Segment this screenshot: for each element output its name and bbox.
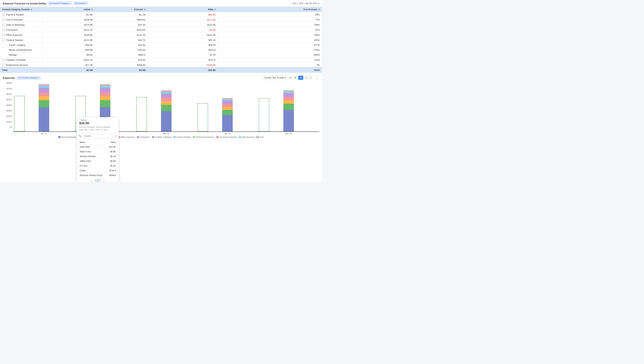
chevron-down-icon: ▾ xyxy=(318,2,319,4)
chevron-down-icon: ▾ xyxy=(285,76,286,79)
total-row: Total $2.5M $2.4M $16.8K 101% xyxy=(0,68,322,73)
legend-color-swatch xyxy=(193,136,195,138)
tooltip-name: American Airlines Group xyxy=(77,173,106,178)
bar-segment-contractors xyxy=(39,90,49,92)
legend-label: Other Expense xyxy=(242,136,255,138)
period-btn-y[interactable]: Y xyxy=(309,76,313,80)
goal-bar xyxy=(259,98,269,132)
bar-segment-sales xyxy=(283,100,294,104)
close-icon[interactable]: ✕ xyxy=(115,134,117,138)
expand-button[interactable]: + xyxy=(2,58,5,61)
tooltip-meta: Account Category: Travel & Related Date:… xyxy=(79,126,116,131)
tooltip-row: Julien Abto$12.4K xyxy=(77,145,118,149)
account-name: Professional Services xyxy=(6,64,28,66)
legend-label: Contractors xyxy=(140,136,150,138)
legend-item: Goal xyxy=(257,136,264,138)
tooltip-value: $12.4K xyxy=(106,145,118,149)
total-label: Total xyxy=(2,69,7,72)
bar-group[interactable] xyxy=(197,98,258,132)
bar-segment-cor xyxy=(161,105,171,111)
account-name-cell: + Cost of Revenue xyxy=(0,17,42,22)
bar-group[interactable] xyxy=(136,90,197,132)
delta-cell: $87.2K xyxy=(148,38,218,43)
actual-cell: $244.6K xyxy=(42,32,95,38)
total-forecast: $2.4M xyxy=(95,68,148,73)
expand-button[interactable]: + xyxy=(2,28,5,31)
bar-group[interactable] xyxy=(13,84,75,132)
legend-color-swatch xyxy=(152,136,154,138)
forecast-cell: $258.2K xyxy=(95,62,148,68)
tooltip-search-input[interactable] xyxy=(82,134,114,138)
period-btn-q[interactable]: Q xyxy=(304,76,308,80)
chart-area: $800K $700K $600K $500K $400K $300K $200… xyxy=(3,82,319,138)
account-name-cell: + Professional Services xyxy=(0,62,42,68)
account-name: Facilities & Related xyxy=(6,58,26,61)
chart-section: Expenses by Account Category ▾ Current Y… xyxy=(0,73,322,141)
legend-color-swatch xyxy=(216,136,219,138)
expand-button[interactable]: + xyxy=(2,64,5,66)
pct-cell: 7% xyxy=(218,62,322,68)
legend-label: Travel & Related xyxy=(176,136,191,138)
forecast-cell: $122.7K xyxy=(95,32,148,38)
bar-segment-facilities xyxy=(39,88,49,90)
stacked-actual-bar xyxy=(283,90,294,132)
time-filter-dropdown[interactable]: Current Year To Date ▾ xyxy=(262,76,288,80)
tooltip-col-value: ↕ Value xyxy=(106,140,118,144)
expand-button[interactable]: + xyxy=(2,34,5,36)
account-name: Contractors xyxy=(6,28,18,31)
legend-label: Facilities & Related xyxy=(155,136,171,138)
account-name: Office Expenses xyxy=(6,34,23,36)
stacked-actual-bar xyxy=(39,84,49,132)
bar-segment-payroll xyxy=(39,107,49,132)
expand-button[interactable]: + xyxy=(2,18,5,21)
filter-by-account-category[interactable]: by Account Category ▾ xyxy=(48,2,72,5)
tooltip-row: Steph Curry$5.6K xyxy=(77,150,118,154)
col-header-forecast: Forecast ⇅ xyxy=(95,7,148,12)
tooltip-value: $30.5K xyxy=(79,122,116,125)
legend-label: Professional Services xyxy=(196,136,214,138)
bar-group[interactable] xyxy=(258,90,319,132)
col-header-actual: Actual ⇅ xyxy=(42,7,95,12)
tooltip-header: 7 Names $30.5K Account Category: Travel … xyxy=(77,117,119,132)
filter-by-account[interactable]: by Account ▾ xyxy=(74,2,89,5)
expand-button[interactable]: + xyxy=(2,23,5,26)
prev-page-button[interactable]: ‹ xyxy=(90,179,94,182)
more-options-icon[interactable]: ⋮ xyxy=(315,76,319,80)
legend-color-swatch xyxy=(58,136,61,138)
pct-cell: 132% xyxy=(218,58,322,62)
chevron-down-icon: ▾ xyxy=(38,77,39,79)
forecast-cell: $78.0K xyxy=(95,58,148,62)
account-name-cell: Travel / Lodging xyxy=(0,43,42,48)
forecast-cell: $569.5K xyxy=(95,17,148,22)
legend-item: Travel & Related xyxy=(173,136,191,138)
chart-inner: $800K $700K $600K $500K $400K $300K $200… xyxy=(3,82,319,132)
header-date-range[interactable]: Jan 1, 2021 - Apr 30, 2021 ▾ xyxy=(293,2,319,4)
bar-segment-travel xyxy=(39,86,49,88)
delta-cell: $50.9K xyxy=(148,43,218,48)
account-name: Meals & Entertainment xyxy=(9,48,32,51)
period-buttons: W M Q Y xyxy=(293,76,313,80)
pct-cell: 199% xyxy=(218,32,322,38)
legend-label: Corporate Expenses xyxy=(219,136,237,138)
bar-segment-facilities xyxy=(283,93,294,95)
tooltip-value: $509.6 xyxy=(106,173,118,178)
expand-button[interactable]: + xyxy=(2,13,5,16)
col-header-account: Account Category, Account ⇅ xyxy=(0,7,42,12)
chart-filter-pill[interactable]: by Account Category ▾ xyxy=(17,76,41,80)
table-row: + Facilities & Related $102.7K $78.0K $2… xyxy=(0,58,322,62)
page: Expense Forecast vs Actual Deltas by Acc… xyxy=(0,0,322,182)
legend-item: Facilities & Related xyxy=(152,136,171,138)
expand-button[interactable]: − xyxy=(2,38,5,42)
search-icon: 🔍 xyxy=(79,134,81,137)
actual-cell: $274.9K xyxy=(42,22,95,28)
period-btn-m[interactable]: M xyxy=(298,76,303,80)
next-page-button[interactable]: › xyxy=(102,179,106,182)
period-btn-w[interactable]: W xyxy=(293,76,298,80)
bar-segment-office xyxy=(161,98,171,101)
bar-segment-payroll xyxy=(161,111,171,132)
chart-bars xyxy=(13,82,319,132)
pct-cell: 477% xyxy=(218,43,322,48)
x-label-mar: Mar '21 xyxy=(136,132,197,134)
col-header-delta: Delta ⇅ xyxy=(148,7,218,12)
forecast-cell: $13.5K xyxy=(95,43,148,48)
